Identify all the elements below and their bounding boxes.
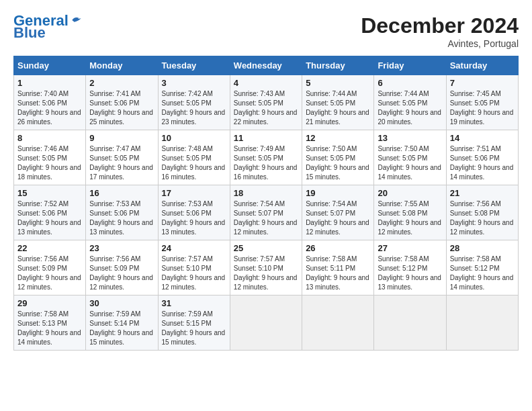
cell-sun-info: Sunrise: 7:41 AMSunset: 5:06 PMDaylight:… <box>89 89 154 127</box>
day-number: 4 <box>234 78 298 88</box>
day-number: 3 <box>162 78 226 88</box>
day-number: 11 <box>234 133 298 143</box>
calendar-cell <box>446 295 518 351</box>
header-thursday: Thursday <box>302 56 374 75</box>
calendar-cell: 24Sunrise: 7:57 AMSunset: 5:10 PMDayligh… <box>158 240 230 295</box>
day-number: 20 <box>378 188 442 198</box>
day-number: 10 <box>162 133 226 143</box>
cell-sun-info: Sunrise: 7:54 AMSunset: 5:07 PMDaylight:… <box>234 199 298 237</box>
day-number: 23 <box>89 243 154 253</box>
header-saturday: Saturday <box>446 56 518 75</box>
calendar-cell: 29Sunrise: 7:58 AMSunset: 5:13 PMDayligh… <box>14 295 86 351</box>
calendar-cell: 10Sunrise: 7:48 AMSunset: 5:05 PMDayligh… <box>158 130 230 185</box>
calendar-cell: 28Sunrise: 7:58 AMSunset: 5:12 PMDayligh… <box>446 240 518 295</box>
calendar-week: 22Sunrise: 7:56 AMSunset: 5:09 PMDayligh… <box>14 240 519 295</box>
day-number: 25 <box>234 243 298 253</box>
calendar-cell: 30Sunrise: 7:59 AMSunset: 5:14 PMDayligh… <box>86 295 158 351</box>
day-number: 8 <box>17 133 82 143</box>
cell-sun-info: Sunrise: 7:50 AMSunset: 5:05 PMDaylight:… <box>378 144 442 182</box>
calendar-cell: 7Sunrise: 7:45 AMSunset: 5:05 PMDaylight… <box>446 75 518 130</box>
day-number: 5 <box>306 78 370 88</box>
cell-sun-info: Sunrise: 7:49 AMSunset: 5:05 PMDaylight:… <box>234 144 298 182</box>
calendar-cell: 23Sunrise: 7:56 AMSunset: 5:09 PMDayligh… <box>86 240 158 295</box>
calendar-cell: 12Sunrise: 7:50 AMSunset: 5:05 PMDayligh… <box>302 130 374 185</box>
logo-text2: Blue <box>13 26 46 40</box>
calendar-cell: 17Sunrise: 7:53 AMSunset: 5:06 PMDayligh… <box>158 185 230 240</box>
calendar-cell: 8Sunrise: 7:46 AMSunset: 5:05 PMDaylight… <box>14 130 86 185</box>
cell-sun-info: Sunrise: 7:54 AMSunset: 5:07 PMDaylight:… <box>306 199 370 237</box>
calendar-week: 15Sunrise: 7:52 AMSunset: 5:06 PMDayligh… <box>14 185 519 240</box>
calendar-cell <box>302 295 374 351</box>
calendar-cell <box>374 295 446 351</box>
calendar-cell: 4Sunrise: 7:43 AMSunset: 5:05 PMDaylight… <box>230 75 302 130</box>
calendar-table: SundayMondayTuesdayWednesdayThursdayFrid… <box>13 56 519 351</box>
calendar-cell: 26Sunrise: 7:58 AMSunset: 5:11 PMDayligh… <box>302 240 374 295</box>
day-number: 14 <box>450 133 515 143</box>
day-number: 19 <box>306 188 370 198</box>
cell-sun-info: Sunrise: 7:50 AMSunset: 5:05 PMDaylight:… <box>306 144 370 182</box>
day-number: 13 <box>378 133 442 143</box>
calendar-week: 1Sunrise: 7:40 AMSunset: 5:06 PMDaylight… <box>14 75 519 130</box>
cell-sun-info: Sunrise: 7:56 AMSunset: 5:09 PMDaylight:… <box>17 255 82 292</box>
cell-sun-info: Sunrise: 7:43 AMSunset: 5:05 PMDaylight:… <box>234 89 298 127</box>
cell-sun-info: Sunrise: 7:59 AMSunset: 5:14 PMDaylight:… <box>89 310 154 347</box>
header-monday: Monday <box>86 56 158 75</box>
cell-sun-info: Sunrise: 7:57 AMSunset: 5:10 PMDaylight:… <box>234 255 298 292</box>
day-number: 22 <box>17 243 82 253</box>
calendar-cell: 27Sunrise: 7:58 AMSunset: 5:12 PMDayligh… <box>374 240 446 295</box>
calendar-cell: 6Sunrise: 7:44 AMSunset: 5:05 PMDaylight… <box>374 75 446 130</box>
calendar-week: 8Sunrise: 7:46 AMSunset: 5:05 PMDaylight… <box>14 130 519 185</box>
page-header: General Blue December 2024 Avintes, Port… <box>13 13 519 49</box>
day-number: 24 <box>162 243 226 253</box>
cell-sun-info: Sunrise: 7:40 AMSunset: 5:06 PMDaylight:… <box>17 89 82 127</box>
logo-bird-icon <box>70 15 83 26</box>
day-number: 30 <box>89 298 154 308</box>
day-number: 1 <box>17 78 82 88</box>
calendar-cell: 2Sunrise: 7:41 AMSunset: 5:06 PMDaylight… <box>86 75 158 130</box>
cell-sun-info: Sunrise: 7:48 AMSunset: 5:05 PMDaylight:… <box>162 144 226 182</box>
header-sunday: Sunday <box>14 56 86 75</box>
calendar-cell: 31Sunrise: 7:59 AMSunset: 5:15 PMDayligh… <box>158 295 230 351</box>
day-number: 2 <box>89 78 154 88</box>
cell-sun-info: Sunrise: 7:59 AMSunset: 5:15 PMDaylight:… <box>162 310 226 347</box>
header-friday: Friday <box>374 56 446 75</box>
calendar-cell: 16Sunrise: 7:53 AMSunset: 5:06 PMDayligh… <box>86 185 158 240</box>
logo: General Blue <box>13 13 83 40</box>
cell-sun-info: Sunrise: 7:44 AMSunset: 5:05 PMDaylight:… <box>306 89 370 127</box>
calendar-cell: 11Sunrise: 7:49 AMSunset: 5:05 PMDayligh… <box>230 130 302 185</box>
calendar-cell <box>230 295 302 351</box>
cell-sun-info: Sunrise: 7:51 AMSunset: 5:06 PMDaylight:… <box>450 144 515 182</box>
day-number: 18 <box>234 188 298 198</box>
calendar-cell: 13Sunrise: 7:50 AMSunset: 5:05 PMDayligh… <box>374 130 446 185</box>
cell-sun-info: Sunrise: 7:58 AMSunset: 5:11 PMDaylight:… <box>306 255 370 292</box>
cell-sun-info: Sunrise: 7:46 AMSunset: 5:05 PMDaylight:… <box>17 144 82 182</box>
calendar-cell: 19Sunrise: 7:54 AMSunset: 5:07 PMDayligh… <box>302 185 374 240</box>
day-number: 6 <box>378 78 442 88</box>
month-title: December 2024 <box>361 13 519 38</box>
day-number: 28 <box>450 243 515 253</box>
day-number: 17 <box>162 188 226 198</box>
calendar-cell: 20Sunrise: 7:55 AMSunset: 5:08 PMDayligh… <box>374 185 446 240</box>
location: Avintes, Portugal <box>361 38 519 49</box>
calendar-cell: 15Sunrise: 7:52 AMSunset: 5:06 PMDayligh… <box>14 185 86 240</box>
cell-sun-info: Sunrise: 7:56 AMSunset: 5:09 PMDaylight:… <box>89 255 154 292</box>
cell-sun-info: Sunrise: 7:57 AMSunset: 5:10 PMDaylight:… <box>162 255 226 292</box>
day-number: 31 <box>162 298 226 308</box>
cell-sun-info: Sunrise: 7:53 AMSunset: 5:06 PMDaylight:… <box>89 199 154 237</box>
calendar-cell: 21Sunrise: 7:56 AMSunset: 5:08 PMDayligh… <box>446 185 518 240</box>
title-block: December 2024 Avintes, Portugal <box>361 13 519 49</box>
calendar-cell: 1Sunrise: 7:40 AMSunset: 5:06 PMDaylight… <box>14 75 86 130</box>
day-number: 12 <box>306 133 370 143</box>
cell-sun-info: Sunrise: 7:55 AMSunset: 5:08 PMDaylight:… <box>378 199 442 237</box>
cell-sun-info: Sunrise: 7:44 AMSunset: 5:05 PMDaylight:… <box>378 89 442 127</box>
calendar-cell: 5Sunrise: 7:44 AMSunset: 5:05 PMDaylight… <box>302 75 374 130</box>
day-number: 15 <box>17 188 82 198</box>
calendar-header-row: SundayMondayTuesdayWednesdayThursdayFrid… <box>14 56 519 75</box>
cell-sun-info: Sunrise: 7:58 AMSunset: 5:12 PMDaylight:… <box>450 255 515 292</box>
header-wednesday: Wednesday <box>230 56 302 75</box>
day-number: 29 <box>17 298 82 308</box>
calendar-cell: 25Sunrise: 7:57 AMSunset: 5:10 PMDayligh… <box>230 240 302 295</box>
calendar-week: 29Sunrise: 7:58 AMSunset: 5:13 PMDayligh… <box>14 295 519 351</box>
day-number: 27 <box>378 243 442 253</box>
cell-sun-info: Sunrise: 7:45 AMSunset: 5:05 PMDaylight:… <box>450 89 515 127</box>
